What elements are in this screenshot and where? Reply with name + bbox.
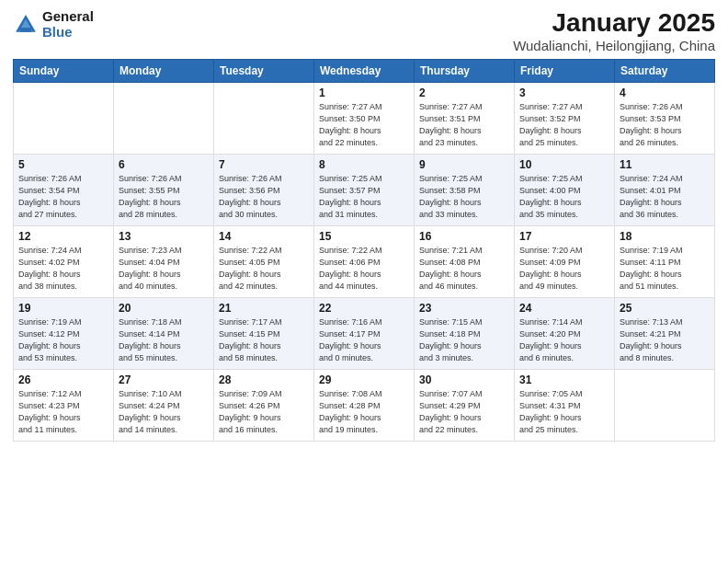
- title-block: January 2025 Wudalianchi, Heilongjiang, …: [513, 9, 715, 53]
- day-number: 7: [219, 158, 309, 171]
- day-info: Sunrise: 7:26 AM Sunset: 3:55 PM Dayligh…: [119, 173, 209, 221]
- day-number: 20: [119, 302, 209, 315]
- header-friday: Friday: [515, 59, 615, 82]
- table-row: 1Sunrise: 7:27 AM Sunset: 3:50 PM Daylig…: [314, 82, 415, 154]
- day-info: Sunrise: 7:27 AM Sunset: 3:51 PM Dayligh…: [419, 101, 509, 149]
- page-container: General Blue January 2025 Wudalianchi, H…: [0, 0, 728, 451]
- day-info: Sunrise: 7:27 AM Sunset: 3:52 PM Dayligh…: [519, 101, 609, 149]
- logo-general: General: [42, 9, 94, 25]
- day-number: 22: [319, 302, 409, 315]
- day-info: Sunrise: 7:14 AM Sunset: 4:20 PM Dayligh…: [519, 316, 609, 364]
- calendar-table: Sunday Monday Tuesday Wednesday Thursday…: [13, 59, 715, 442]
- table-row: 22Sunrise: 7:16 AM Sunset: 4:17 PM Dayli…: [314, 297, 415, 369]
- day-info: Sunrise: 7:13 AM Sunset: 4:21 PM Dayligh…: [620, 316, 710, 364]
- day-number: 19: [18, 302, 108, 315]
- day-number: 1: [319, 86, 409, 99]
- table-row: 25Sunrise: 7:13 AM Sunset: 4:21 PM Dayli…: [615, 297, 715, 369]
- day-number: 3: [519, 86, 609, 99]
- day-info: Sunrise: 7:19 AM Sunset: 4:12 PM Dayligh…: [18, 316, 108, 364]
- day-info: Sunrise: 7:05 AM Sunset: 4:31 PM Dayligh…: [519, 388, 609, 436]
- table-row: 18Sunrise: 7:19 AM Sunset: 4:11 PM Dayli…: [615, 225, 715, 297]
- logo-icon: [13, 12, 39, 38]
- day-number: 21: [219, 302, 309, 315]
- table-row: 16Sunrise: 7:21 AM Sunset: 4:08 PM Dayli…: [415, 225, 515, 297]
- svg-rect-2: [20, 28, 31, 32]
- table-row: 24Sunrise: 7:14 AM Sunset: 4:20 PM Dayli…: [515, 297, 615, 369]
- day-number: 11: [620, 158, 710, 171]
- table-row: 21Sunrise: 7:17 AM Sunset: 4:15 PM Dayli…: [214, 297, 314, 369]
- day-number: 10: [519, 158, 609, 171]
- header-monday: Monday: [114, 59, 214, 82]
- day-number: 6: [119, 158, 209, 171]
- day-number: 27: [119, 373, 209, 386]
- day-info: Sunrise: 7:22 AM Sunset: 4:05 PM Dayligh…: [219, 245, 309, 293]
- day-info: Sunrise: 7:25 AM Sunset: 3:57 PM Dayligh…: [319, 173, 409, 221]
- table-row: 13Sunrise: 7:23 AM Sunset: 4:04 PM Dayli…: [114, 225, 214, 297]
- page-header: General Blue January 2025 Wudalianchi, H…: [13, 9, 715, 53]
- header-wednesday: Wednesday: [314, 59, 415, 82]
- day-number: 4: [620, 86, 710, 99]
- day-info: Sunrise: 7:12 AM Sunset: 4:23 PM Dayligh…: [18, 388, 108, 436]
- logo-blue: Blue: [42, 25, 94, 40]
- day-info: Sunrise: 7:23 AM Sunset: 4:04 PM Dayligh…: [119, 245, 209, 293]
- table-row: 20Sunrise: 7:18 AM Sunset: 4:14 PM Dayli…: [114, 297, 214, 369]
- day-number: 8: [319, 158, 409, 171]
- header-sunday: Sunday: [14, 59, 114, 82]
- day-info: Sunrise: 7:26 AM Sunset: 3:56 PM Dayligh…: [219, 173, 309, 221]
- table-row: [615, 369, 715, 441]
- header-tuesday: Tuesday: [214, 59, 314, 82]
- day-number: 28: [219, 373, 309, 386]
- table-row: [114, 82, 214, 154]
- table-row: 27Sunrise: 7:10 AM Sunset: 4:24 PM Dayli…: [114, 369, 214, 441]
- table-row: 7Sunrise: 7:26 AM Sunset: 3:56 PM Daylig…: [214, 154, 314, 225]
- day-info: Sunrise: 7:19 AM Sunset: 4:11 PM Dayligh…: [620, 245, 710, 293]
- table-row: 2Sunrise: 7:27 AM Sunset: 3:51 PM Daylig…: [415, 82, 515, 154]
- logo-text: General Blue: [42, 9, 94, 40]
- day-number: 2: [419, 86, 509, 99]
- table-row: 11Sunrise: 7:24 AM Sunset: 4:01 PM Dayli…: [615, 154, 715, 225]
- day-number: 9: [419, 158, 509, 171]
- day-info: Sunrise: 7:18 AM Sunset: 4:14 PM Dayligh…: [119, 316, 209, 364]
- header-saturday: Saturday: [615, 59, 715, 82]
- table-row: 19Sunrise: 7:19 AM Sunset: 4:12 PM Dayli…: [14, 297, 114, 369]
- table-row: 30Sunrise: 7:07 AM Sunset: 4:29 PM Dayli…: [415, 369, 515, 441]
- table-row: 12Sunrise: 7:24 AM Sunset: 4:02 PM Dayli…: [14, 225, 114, 297]
- day-number: 29: [319, 373, 409, 386]
- table-row: 8Sunrise: 7:25 AM Sunset: 3:57 PM Daylig…: [314, 154, 415, 225]
- day-info: Sunrise: 7:24 AM Sunset: 4:01 PM Dayligh…: [620, 173, 710, 221]
- day-number: 16: [419, 230, 509, 243]
- day-info: Sunrise: 7:07 AM Sunset: 4:29 PM Dayligh…: [419, 388, 509, 436]
- table-row: 3Sunrise: 7:27 AM Sunset: 3:52 PM Daylig…: [515, 82, 615, 154]
- day-info: Sunrise: 7:16 AM Sunset: 4:17 PM Dayligh…: [319, 316, 409, 364]
- day-info: Sunrise: 7:20 AM Sunset: 4:09 PM Dayligh…: [519, 245, 609, 293]
- calendar-title: January 2025: [513, 9, 715, 38]
- day-number: 26: [18, 373, 108, 386]
- day-number: 23: [419, 302, 509, 315]
- day-number: 30: [419, 373, 509, 386]
- calendar-week-4: 19Sunrise: 7:19 AM Sunset: 4:12 PM Dayli…: [14, 297, 715, 369]
- day-number: 14: [219, 230, 309, 243]
- day-info: Sunrise: 7:15 AM Sunset: 4:18 PM Dayligh…: [419, 316, 509, 364]
- day-number: 12: [18, 230, 108, 243]
- table-row: 28Sunrise: 7:09 AM Sunset: 4:26 PM Dayli…: [214, 369, 314, 441]
- calendar-subtitle: Wudalianchi, Heilongjiang, China: [513, 38, 715, 53]
- table-row: [214, 82, 314, 154]
- table-row: 6Sunrise: 7:26 AM Sunset: 3:55 PM Daylig…: [114, 154, 214, 225]
- calendar-week-2: 5Sunrise: 7:26 AM Sunset: 3:54 PM Daylig…: [14, 154, 715, 225]
- day-number: 31: [519, 373, 609, 386]
- day-number: 5: [18, 158, 108, 171]
- calendar-week-1: 1Sunrise: 7:27 AM Sunset: 3:50 PM Daylig…: [14, 82, 715, 154]
- table-row: 5Sunrise: 7:26 AM Sunset: 3:54 PM Daylig…: [14, 154, 114, 225]
- day-number: 13: [119, 230, 209, 243]
- day-number: 17: [519, 230, 609, 243]
- table-row: 14Sunrise: 7:22 AM Sunset: 4:05 PM Dayli…: [214, 225, 314, 297]
- logo: General Blue: [13, 9, 94, 40]
- day-info: Sunrise: 7:25 AM Sunset: 3:58 PM Dayligh…: [419, 173, 509, 221]
- day-info: Sunrise: 7:24 AM Sunset: 4:02 PM Dayligh…: [18, 245, 108, 293]
- calendar-header-row: Sunday Monday Tuesday Wednesday Thursday…: [14, 59, 715, 82]
- day-info: Sunrise: 7:21 AM Sunset: 4:08 PM Dayligh…: [419, 245, 509, 293]
- day-number: 18: [620, 230, 710, 243]
- day-info: Sunrise: 7:25 AM Sunset: 4:00 PM Dayligh…: [519, 173, 609, 221]
- day-info: Sunrise: 7:08 AM Sunset: 4:28 PM Dayligh…: [319, 388, 409, 436]
- day-info: Sunrise: 7:22 AM Sunset: 4:06 PM Dayligh…: [319, 245, 409, 293]
